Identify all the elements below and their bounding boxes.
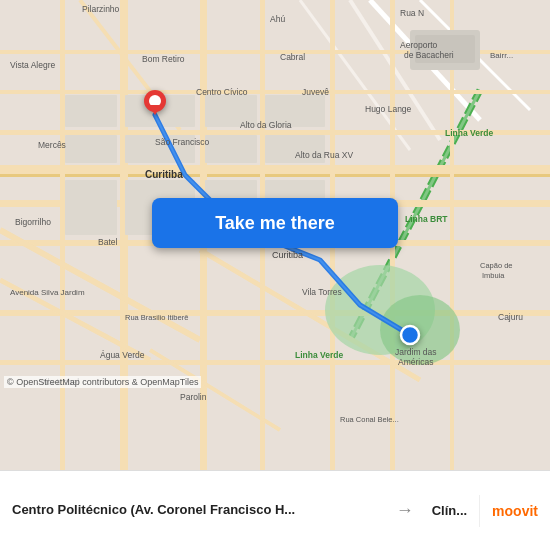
footer-left: Centro Politécnico (Av. Coronel Francisc…: [0, 494, 390, 527]
svg-text:Linha Verde: Linha Verde: [295, 350, 343, 360]
svg-text:Avenida Silva Jardim: Avenida Silva Jardim: [10, 288, 85, 297]
svg-text:Bigorrilho: Bigorrilho: [15, 217, 51, 227]
svg-text:Alto da Gloria: Alto da Gloria: [240, 120, 292, 130]
svg-point-82: [401, 326, 419, 344]
svg-rect-12: [0, 360, 550, 365]
arrow-icon: →: [390, 500, 420, 521]
svg-text:Ahú: Ahú: [270, 14, 285, 24]
svg-rect-35: [65, 135, 117, 163]
svg-text:Capão de: Capão de: [480, 261, 513, 270]
svg-text:Américas: Américas: [398, 357, 433, 367]
svg-rect-37: [205, 135, 257, 163]
svg-text:Imbuia: Imbuia: [482, 271, 505, 280]
svg-text:de Bacacheri: de Bacacheri: [404, 50, 454, 60]
svg-text:Bairr...: Bairr...: [490, 51, 513, 60]
svg-rect-41: [65, 180, 117, 235]
svg-rect-34: [65, 95, 117, 127]
svg-text:Centro Cívico: Centro Cívico: [196, 87, 248, 97]
svg-text:Vista Alegre: Vista Alegre: [10, 60, 55, 70]
svg-text:Cabral: Cabral: [280, 52, 305, 62]
svg-text:Parolin: Parolin: [180, 392, 207, 402]
svg-text:Linha BRT: Linha BRT: [405, 214, 448, 224]
svg-text:Batel: Batel: [98, 237, 117, 247]
svg-text:Rua N: Rua N: [400, 8, 424, 18]
map-container: Pilarzinho Ahú Rua N Bairr... Vista Aleg…: [0, 0, 550, 470]
svg-text:Bom Retiro: Bom Retiro: [142, 54, 185, 64]
osm-attribution: © OpenStreetMap contributors & OpenMapTi…: [4, 376, 201, 388]
destination-pin: [401, 326, 419, 344]
footer-origin-label: Centro Politécnico (Av. Coronel Francisc…: [12, 502, 332, 517]
svg-text:Cajuru: Cajuru: [498, 312, 523, 322]
footer: Centro Politécnico (Av. Coronel Francisc…: [0, 470, 550, 550]
take-me-there-button[interactable]: Take me there: [152, 198, 398, 248]
moovit-brand-text: moovit: [492, 503, 538, 519]
svg-rect-8: [0, 174, 550, 177]
svg-text:Aeroporto: Aeroporto: [400, 40, 438, 50]
svg-text:São Francisco: São Francisco: [155, 137, 210, 147]
svg-text:Hugo Lange: Hugo Lange: [365, 104, 412, 114]
footer-dest-label: Clín...: [432, 503, 467, 518]
svg-text:Juvevê: Juvevê: [302, 87, 329, 97]
svg-rect-20: [60, 0, 65, 470]
svg-text:Rua Brasilio Itiberê: Rua Brasilio Itiberê: [125, 313, 188, 322]
svg-text:Pilarzinho: Pilarzinho: [82, 4, 120, 14]
svg-rect-7: [0, 165, 550, 174]
svg-text:Mercês: Mercês: [38, 140, 66, 150]
svg-text:Alto da Rua XV: Alto da Rua XV: [295, 150, 353, 160]
svg-rect-22: [450, 0, 454, 470]
svg-text:Jardim das: Jardim das: [395, 347, 437, 357]
svg-rect-14: [0, 90, 550, 94]
footer-destination: Clín...: [420, 495, 479, 526]
svg-text:Rua Conal Bele...: Rua Conal Bele...: [340, 415, 399, 424]
svg-text:Linha Verde: Linha Verde: [445, 128, 493, 138]
svg-text:Vila Torres: Vila Torres: [302, 287, 342, 297]
svg-text:Água Verde: Água Verde: [100, 350, 145, 360]
svg-text:Curitiba: Curitiba: [145, 169, 183, 180]
svg-rect-11: [0, 310, 550, 316]
svg-text:Curitiba: Curitiba: [272, 250, 303, 260]
moovit-logo: moovit: [479, 495, 550, 527]
